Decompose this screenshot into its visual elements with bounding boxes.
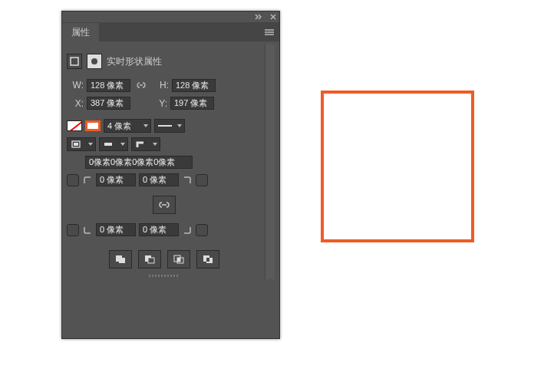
link-corners-button[interactable]: [153, 196, 176, 214]
svg-rect-13: [177, 258, 180, 262]
canvas-shape-rectangle[interactable]: [321, 91, 474, 242]
stroke-swatch[interactable]: [85, 120, 101, 131]
input-height[interactable]: [172, 79, 216, 92]
stroke-align-dropdown[interactable]: [67, 137, 96, 151]
input-corner-tr[interactable]: [139, 173, 179, 186]
panel-tab-properties[interactable]: 属性: [62, 23, 99, 41]
svg-rect-0: [71, 58, 78, 65]
panel-tab-label: 属性: [71, 26, 90, 39]
row-link-corners: [67, 191, 262, 219]
panel-tabrow: 属性: [62, 23, 279, 41]
input-corner-tl[interactable]: [96, 173, 136, 186]
input-x[interactable]: [87, 97, 130, 110]
stroke-width-value: 4 像素: [107, 120, 131, 132]
label-x: X:: [67, 98, 84, 109]
fill-swatch[interactable]: [67, 120, 82, 131]
svg-rect-16: [206, 258, 209, 262]
input-corner-bl[interactable]: [96, 223, 136, 236]
corner-tr-icon: [182, 175, 193, 186]
stroke-width-dropdown[interactable]: 4 像素: [104, 119, 151, 133]
panel-close-icon[interactable]: [270, 14, 276, 20]
svg-rect-8: [119, 258, 125, 263]
input-y[interactable]: [170, 97, 214, 110]
section-label: 实时形状属性: [107, 55, 162, 68]
row-corners-top: [67, 173, 262, 186]
input-corner-br[interactable]: [139, 223, 179, 236]
row-corners-summary: [67, 156, 262, 169]
pathop-combine-button[interactable]: [109, 250, 132, 268]
label-h: H:: [152, 80, 169, 91]
stroke-cap-dropdown[interactable]: [99, 137, 128, 151]
pathop-exclude-button[interactable]: [196, 250, 219, 268]
section-header: 实时形状属性: [67, 52, 262, 71]
stroke-corner-dropdown[interactable]: [131, 137, 160, 151]
pathop-subtract-button[interactable]: [138, 250, 161, 268]
svg-point-2: [91, 58, 97, 64]
corner-bl-icon: [82, 225, 93, 236]
input-width[interactable]: [87, 79, 130, 92]
row-pathops: [67, 250, 262, 268]
svg-rect-6: [104, 143, 112, 146]
row-fillstroke: 4 像素: [67, 119, 262, 133]
checkbox-tl[interactable]: [67, 174, 79, 186]
link-wh-icon[interactable]: [134, 78, 149, 92]
svg-rect-5: [74, 143, 78, 146]
panel-scrollbar[interactable]: [265, 44, 275, 279]
input-corners-summary[interactable]: [85, 156, 193, 169]
corner-tl-icon: [82, 175, 93, 186]
stroke-style-dropdown[interactable]: [154, 119, 185, 133]
row-xy: X: Y:: [67, 97, 262, 110]
panel-collapse-icon[interactable]: [255, 14, 262, 20]
pathop-intersect-button[interactable]: [167, 250, 190, 268]
panel-topbar: [62, 12, 279, 23]
row-wh: W: H:: [67, 78, 262, 92]
checkbox-br[interactable]: [196, 224, 208, 236]
panel-menu-icon[interactable]: [264, 28, 275, 36]
panel-resize-grip[interactable]: [67, 275, 262, 279]
label-w: W:: [67, 80, 84, 91]
checkbox-tr[interactable]: [196, 174, 208, 186]
mask-icon: [87, 54, 102, 69]
svg-rect-10: [148, 258, 154, 263]
row-strokeopts: [67, 137, 262, 151]
checkbox-bl[interactable]: [67, 224, 79, 236]
properties-panel: 属性 实时形状属性 W:: [61, 11, 280, 339]
corner-br-icon: [182, 225, 193, 236]
label-y: Y:: [144, 98, 167, 109]
row-corners-bottom: [67, 223, 262, 236]
live-shape-icon: [67, 54, 82, 69]
